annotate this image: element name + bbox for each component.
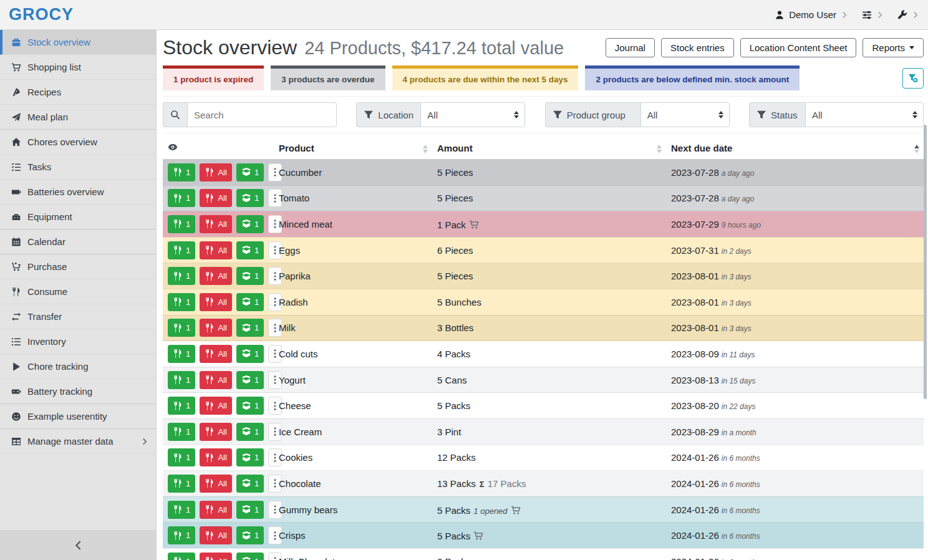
sidebar-item-stock-overview[interactable]: Stock overview [0, 30, 156, 55]
open-one-button[interactable]: 1 [236, 267, 264, 285]
product-name[interactable]: Cookies [279, 452, 312, 463]
amount-value[interactable]: 5 Pieces [437, 193, 473, 203]
consume-all-button[interactable]: All [200, 526, 231, 544]
consume-all-button[interactable]: All [200, 345, 231, 363]
sidebar-item-chore-tracking[interactable]: Chore tracking [0, 354, 156, 379]
consume-one-button[interactable]: 1 [168, 163, 195, 181]
product-name[interactable]: Crisps [279, 530, 306, 541]
sidebar-item-shopping-list[interactable]: Shopping list [0, 55, 156, 80]
product-name[interactable]: Milk Chocolate [279, 556, 340, 560]
consume-all-button[interactable]: All [200, 319, 231, 337]
amount-column-header[interactable]: Amount [432, 139, 666, 160]
consume-one-button[interactable]: 1 [168, 423, 195, 441]
product-name[interactable]: Milk [279, 322, 296, 333]
consume-one-button[interactable]: 1 [168, 501, 195, 519]
banner-expired[interactable]: 1 product is expired [163, 65, 264, 90]
product-name[interactable]: Cucumber [279, 167, 322, 178]
product-name[interactable]: Eggs [279, 245, 300, 256]
consume-one-button[interactable]: 1 [168, 526, 195, 544]
sidebar-item-calendar[interactable]: Calendar [0, 229, 156, 254]
product-name[interactable]: Yogurt [279, 375, 306, 385]
consume-all-button[interactable]: All [200, 267, 231, 285]
consume-one-button[interactable]: 1 [168, 448, 195, 466]
consume-all-button[interactable]: All [200, 397, 231, 415]
consume-one-button[interactable]: 1 [168, 293, 195, 311]
consume-one-button[interactable]: 1 [168, 241, 195, 259]
sidebar-item-battery-tracking[interactable]: Battery tracking [0, 379, 156, 404]
open-one-button[interactable]: 1 [236, 293, 264, 311]
amount-value[interactable]: 3 Pint [437, 427, 461, 437]
sidebar-item-recipes[interactable]: Recipes [0, 80, 156, 105]
sidebar-item-consume[interactable]: Consume [0, 279, 156, 304]
product-name[interactable]: Minced meat [279, 219, 332, 229]
consume-all-button[interactable]: All [200, 293, 231, 311]
amount-value[interactable]: 5 Packs [437, 400, 470, 411]
consume-all-button[interactable]: All [200, 189, 231, 207]
consume-one-button[interactable]: 1 [168, 267, 195, 285]
open-one-button[interactable]: 1 [236, 345, 264, 363]
open-one-button[interactable]: 1 [236, 397, 264, 415]
product-name[interactable]: Cheese [279, 400, 311, 411]
sidebar-item-chores-overview[interactable]: Chores overview [0, 130, 156, 155]
user-menu[interactable]: Demo User [775, 9, 848, 20]
consume-one-button[interactable]: 1 [168, 319, 195, 337]
product-column-header[interactable]: Product [274, 139, 432, 160]
product-name[interactable]: Cold cuts [279, 349, 318, 359]
open-one-button[interactable]: 1 [236, 475, 264, 493]
amount-value[interactable]: 4 Packs [437, 349, 470, 359]
journal-button[interactable]: Journal [606, 38, 655, 57]
consume-all-button[interactable]: All [200, 553, 231, 560]
consume-one-button[interactable]: 1 [168, 345, 195, 363]
stock-entries-button[interactable]: Stock entries [661, 38, 734, 57]
sidebar-item-batteries-overview[interactable]: Batteries overview [0, 180, 156, 205]
product-name[interactable]: Ice Cream [279, 427, 322, 437]
scrollbar-thumb[interactable] [924, 125, 927, 399]
amount-value[interactable]: 2 Packs [437, 556, 470, 560]
location-content-sheet-button[interactable]: Location Content Sheet [740, 38, 857, 57]
consume-one-button[interactable]: 1 [168, 475, 195, 493]
open-one-button[interactable]: 1 [236, 501, 264, 519]
consume-one-button[interactable]: 1 [168, 371, 195, 389]
open-one-button[interactable]: 1 [236, 423, 264, 441]
amount-value[interactable]: 5 Pieces [437, 271, 473, 281]
consume-all-button[interactable]: All [200, 501, 231, 519]
sidebar-item-transfer[interactable]: Transfer [0, 304, 156, 329]
sidebar-item-purchase[interactable]: Purchase [0, 254, 156, 279]
amount-value[interactable]: 5 Packs [437, 531, 470, 541]
sidebar-item-manage-master-data[interactable]: Manage master data [0, 429, 156, 454]
amount-value[interactable]: 12 Packs [437, 452, 476, 463]
amount-value[interactable]: 3 Bottles [437, 322, 473, 333]
open-one-button[interactable]: 1 [236, 448, 264, 466]
reports-button[interactable]: Reports [863, 38, 924, 57]
admin-menu[interactable] [897, 10, 919, 20]
consume-all-button[interactable]: All [200, 163, 231, 181]
consume-all-button[interactable]: All [200, 423, 231, 441]
open-one-button[interactable]: 1 [236, 553, 264, 560]
sidebar-item-meal-plan[interactable]: Meal plan [0, 105, 156, 130]
banner-belowmin[interactable]: 2 products are below defined min. stock … [585, 65, 800, 90]
settings-menu[interactable] [862, 10, 884, 20]
amount-value[interactable]: 6 Pieces [437, 245, 473, 256]
consume-all-button[interactable]: All [200, 448, 231, 466]
amount-value[interactable]: 5 Pieces [437, 167, 473, 178]
banner-duesoon[interactable]: 4 products are due within the next 5 day… [392, 65, 579, 90]
product-name[interactable]: Tomato [279, 193, 309, 203]
consume-one-button[interactable]: 1 [168, 189, 195, 207]
sidebar-collapse-button[interactable] [0, 530, 156, 560]
open-one-button[interactable]: 1 [236, 319, 264, 337]
amount-value[interactable]: 5 Packs [437, 505, 470, 516]
sidebar-item-inventory[interactable]: Inventory [0, 329, 156, 354]
sidebar-item-example-userentity[interactable]: Example userentity [0, 404, 156, 429]
open-one-button[interactable]: 1 [236, 371, 264, 389]
consume-one-button[interactable]: 1 [168, 553, 195, 560]
consume-all-button[interactable]: All [200, 241, 231, 259]
product-name[interactable]: Radish [279, 297, 308, 307]
consume-all-button[interactable]: All [200, 371, 231, 389]
consume-one-button[interactable]: 1 [168, 397, 195, 415]
search-input[interactable] [187, 102, 337, 127]
consume-one-button[interactable]: 1 [168, 215, 195, 233]
consume-all-button[interactable]: All [200, 215, 231, 233]
open-one-button[interactable]: 1 [236, 163, 264, 181]
amount-value[interactable]: 5 Cans [437, 375, 467, 385]
amount-value[interactable]: 13 Packs [437, 478, 476, 489]
